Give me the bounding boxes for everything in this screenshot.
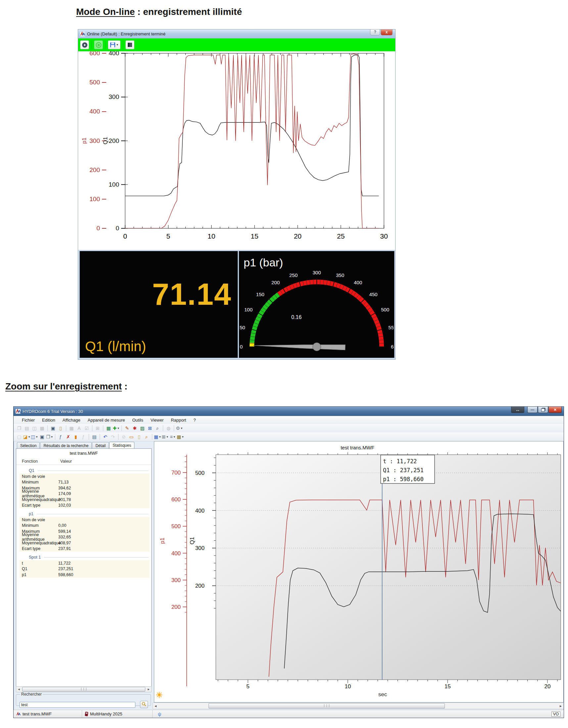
table-view-icon[interactable]: ⊞▼ xyxy=(162,433,169,440)
table-icon[interactable]: ▦ xyxy=(68,425,75,432)
menu-edition[interactable]: Edition xyxy=(38,417,59,424)
viewer-chart-panel[interactable]: test trans.MWF200300400500600700p1200300… xyxy=(154,441,564,703)
help-button[interactable]: ? xyxy=(370,29,380,35)
toolbar-row-1: ❐▤◫▦▣▯▦A☑⊞▩✚▼✎✱▨⊠⌕◍⚙▼ xyxy=(14,424,564,433)
tab-r-sultats-de-la-recherche[interactable]: Résultats de la recherche xyxy=(40,442,92,449)
play-button[interactable] xyxy=(80,40,89,49)
scrollbar-thumb[interactable]: ❘❘❘ xyxy=(209,703,445,708)
stats-section-spot-1: Spot 1 xyxy=(16,554,151,560)
svg-text:100: 100 xyxy=(89,196,100,203)
search-button[interactable] xyxy=(140,701,148,708)
edit-curve-icon[interactable]: ✎ xyxy=(123,425,131,432)
scroll-right-icon[interactable]: ► xyxy=(146,688,151,691)
tab-s-lection[interactable]: Sélection xyxy=(17,442,40,449)
svg-text:Q1 : 237,251: Q1 : 237,251 xyxy=(383,467,424,474)
toolbar-separator xyxy=(55,434,55,440)
properties-icon[interactable]: ▤ xyxy=(91,433,98,440)
note-icon[interactable]: ▯ xyxy=(135,433,143,440)
undo-icon[interactable]: ↶ xyxy=(102,433,109,440)
menu-affichage[interactable]: Affichage xyxy=(59,417,84,424)
memory-card-icon[interactable]: ▮ xyxy=(72,433,79,440)
zoom-data-icon[interactable]: ⌕ xyxy=(143,433,150,440)
spot-marker-icon[interactable]: ✱ xyxy=(131,425,138,432)
new-file-icon[interactable]: ▢ xyxy=(16,433,23,440)
image-view-icon[interactable]: ▩▼ xyxy=(177,433,184,440)
print-icon[interactable]: ▣ xyxy=(38,433,46,440)
menu-fichier[interactable]: Fichier xyxy=(18,417,38,424)
scroll-left-icon[interactable]: ◄ xyxy=(153,704,158,708)
search-input[interactable] xyxy=(20,702,135,708)
globe-icon[interactable]: ◍ xyxy=(165,425,172,432)
svg-text:5: 5 xyxy=(166,232,170,240)
menu-appareil-de-mesure[interactable]: Appareil de mesure xyxy=(84,417,129,424)
copy-pages-icon[interactable]: ❐▼ xyxy=(46,433,53,440)
dropdown-arrow-icon: ▼ xyxy=(181,435,184,438)
eraser-icon[interactable]: ▭ xyxy=(128,433,135,440)
scroll-right-icon[interactable]: ► xyxy=(558,704,563,708)
stats-row: Nom de voie xyxy=(20,474,150,479)
flow-label: Q1 (l/min) xyxy=(85,339,146,354)
switch-window-button[interactable]: ↔ xyxy=(511,407,524,413)
axes-icon[interactable]: ⊠ xyxy=(146,425,154,432)
curve-zoom-icon[interactable]: ▨ xyxy=(139,425,146,432)
svg-text:150: 150 xyxy=(256,292,264,297)
record-icon xyxy=(96,42,102,48)
copy-icon[interactable]: ❐ xyxy=(16,425,23,432)
online-window-titlebar[interactable]: Online (Default) : Enregistrement termin… xyxy=(78,29,395,39)
close-button[interactable]: ✕ xyxy=(548,407,562,413)
sidebar-horizontal-scrollbar[interactable]: ◄ ❘❘❘ ► xyxy=(16,686,152,692)
svg-text:Q1: Q1 xyxy=(102,137,109,145)
chart-type-icon[interactable]: ▦▼ xyxy=(154,433,161,440)
add-icon[interactable]: ✚▼ xyxy=(113,425,120,432)
tab-d-tail[interactable]: Détail xyxy=(92,442,109,449)
print-icon[interactable]: ▣ xyxy=(49,425,57,432)
delete-curve-icon[interactable]: ✗ xyxy=(65,433,72,440)
save-file-icon[interactable]: ◫▼ xyxy=(31,433,38,440)
svg-text:0: 0 xyxy=(96,225,100,232)
redo-icon[interactable]: ↷ xyxy=(109,433,117,440)
dropdown-arrow-icon: ▼ xyxy=(117,427,119,430)
svg-text:15: 15 xyxy=(445,683,451,690)
close-button[interactable]: x xyxy=(381,29,393,35)
dropdown-arrow-icon: ▼ xyxy=(116,43,119,46)
overview-map-icon[interactable]: ▩ xyxy=(105,425,112,432)
hydrocom-window: HYDROcom 6 Trial Version : 30 ↔—✕ Fichie… xyxy=(13,406,564,718)
magnifier-icon[interactable]: ⌕ xyxy=(154,425,161,432)
hydrocom-titlebar[interactable]: HYDROcom 6 Trial Version : 30 ↔—✕ xyxy=(14,407,564,416)
export-curve-icon[interactable]: ƒ xyxy=(57,433,64,440)
svg-text:300: 300 xyxy=(89,137,100,144)
scrollbar-thumb[interactable]: ❘❘❘ xyxy=(22,687,145,692)
settings-icon[interactable]: ⚙▼ xyxy=(176,425,183,432)
viewer-chart-svg[interactable]: test trans.MWF200300400500600700p1200300… xyxy=(154,441,563,702)
form-icon[interactable]: ☑ xyxy=(83,425,90,432)
tab-statisques[interactable]: Statisques xyxy=(109,442,134,449)
text-view-icon[interactable]: ≡▼ xyxy=(169,433,176,440)
library-icon[interactable]: ▤ xyxy=(23,425,30,432)
restore-icon xyxy=(541,408,545,412)
save-all-icon[interactable]: ◫ xyxy=(31,425,38,432)
chart-doc-icon[interactable]: ▦ xyxy=(38,425,46,432)
menu-outils[interactable]: Outils xyxy=(128,417,147,424)
stop-icon[interactable]: ⊘ xyxy=(120,433,127,440)
open-file-icon[interactable]: ◪▼ xyxy=(23,433,30,440)
font-icon[interactable]: A xyxy=(75,425,83,432)
panel-layout-button[interactable] xyxy=(125,40,134,49)
stats-section-p1: p1 xyxy=(16,511,151,517)
save-recording-button[interactable]: ▼ xyxy=(108,40,120,49)
scroll-left-icon[interactable]: ◄ xyxy=(16,688,22,691)
minimize-button[interactable]: — xyxy=(527,407,538,413)
clipboard-icon[interactable]: ▯ xyxy=(57,425,64,432)
svg-text:200: 200 xyxy=(195,583,205,589)
svg-text:10: 10 xyxy=(345,683,351,690)
svg-text:5: 5 xyxy=(246,683,249,690)
menu-?[interactable]: ? xyxy=(190,417,199,424)
statusbar-device-name: MultiHandy 2025 xyxy=(90,711,122,716)
menu-viewer[interactable]: Viewer xyxy=(147,417,167,424)
chart-horizontal-scrollbar[interactable]: ◄ ❘❘❘ ► xyxy=(153,703,564,709)
grid-icon[interactable]: ⊞ xyxy=(94,425,101,432)
menu-rapport[interactable]: Rapport xyxy=(167,417,190,424)
restore-button[interactable] xyxy=(538,407,548,413)
statistics-header: Fonction Valeur xyxy=(16,458,151,465)
record-button[interactable] xyxy=(94,40,103,49)
import-curve-icon[interactable]: ƒ xyxy=(80,433,87,440)
